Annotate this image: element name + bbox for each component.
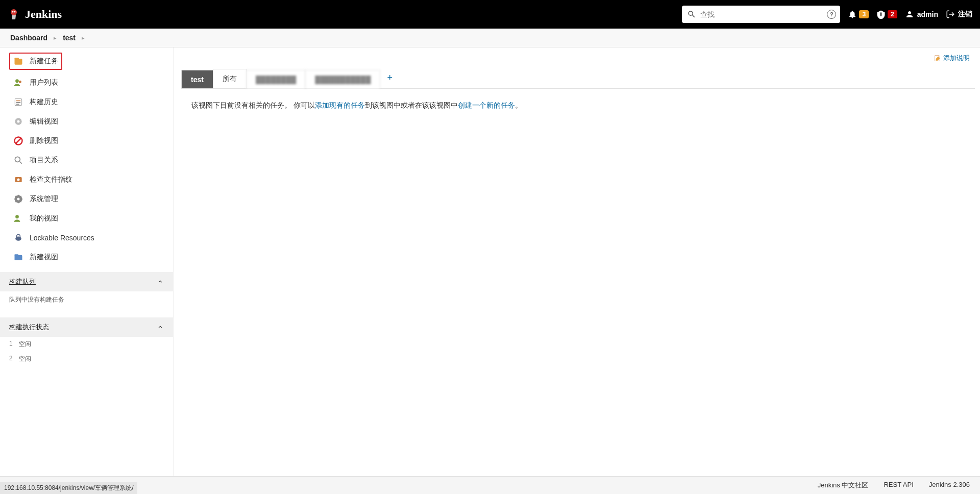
svg-rect-3 [15,59,22,65]
create-new-job-link[interactable]: 创建一个新的任务 [458,101,515,109]
main-panel: 添加说明 test 所有 ████████ ███████████ + 该视图下… [174,47,980,476]
bell-icon [848,10,857,19]
body-wrap: 新建任务 用户列表 构建历史 编辑视图 删除视图 项目关系 [0,47,980,476]
svg-point-21 [15,215,19,218]
build-queue-header[interactable]: 构建队列 [0,272,173,291]
logout-link[interactable]: 注销 [946,10,972,19]
empty-suffix: 。 [515,101,522,109]
executor-state: 空闲 [19,355,31,363]
tab-hidden-2[interactable]: ███████████ [305,70,380,88]
help-icon: ? [827,10,836,19]
help-icon-wrap[interactable]: ? [827,10,836,19]
chevron-up-icon [157,324,164,331]
svg-point-5 [15,79,19,83]
sidebar-item-my-views[interactable]: 我的视图 [9,209,167,228]
tab-hidden-1[interactable]: ████████ [246,70,306,88]
breadcrumb-test[interactable]: test [63,34,76,42]
svg-point-2 [14,11,16,13]
sidebar-item-label: 系统管理 [30,194,58,204]
executor-row: 2 空闲 [0,352,173,366]
search-input[interactable] [696,8,835,20]
svg-point-15 [15,157,20,162]
brand-text: Jenkins [25,8,62,21]
svg-point-0 [11,9,17,15]
header-left: Jenkins [8,8,62,21]
executor-row: 1 空闲 [0,337,173,352]
add-description-row: 添加说明 [181,54,975,67]
sidebar-item-label: 我的视图 [30,214,58,223]
notifications-button[interactable]: 3 [848,10,869,19]
username-text: admin [917,10,938,18]
alerts-button[interactable]: 2 [876,10,897,19]
sidebar-item-people[interactable]: 用户列表 [9,73,167,92]
jenkins-logo[interactable]: Jenkins [8,8,62,21]
breadcrumb-sep: ▸ [82,35,85,41]
sidebar-item-manage[interactable]: 系统管理 [9,189,167,209]
svg-rect-4 [15,58,19,59]
history-icon [13,97,23,107]
tabs: test 所有 ████████ ███████████ + [181,67,975,89]
sidebar-item-label: 项目关系 [30,156,58,165]
build-queue-title: 构建队列 [9,277,36,286]
executor-header[interactable]: 构建执行状态 [0,317,173,337]
breadcrumb-dashboard[interactable]: Dashboard [10,34,47,42]
lock-icon [13,233,23,243]
build-queue-empty-text: 队列中没有构建任务 [9,296,64,303]
logout-icon [946,10,955,19]
sidebar-item-label: Lockable Resources [30,234,94,242]
notif-badge: 3 [859,10,869,18]
magnifier-icon [13,155,23,165]
add-existing-job-link[interactable]: 添加现有的任务 [315,101,365,109]
logout-text: 注销 [958,10,972,19]
fingerprint-icon [13,175,23,185]
top-header: Jenkins ? 3 2 admin 注销 [0,0,980,29]
alert-icon [876,10,886,19]
sidebar-item-label: 新建视图 [30,253,58,262]
breadcrumb-bar: Dashboard ▸ test ▸ [0,29,980,47]
gear-icon [13,116,23,127]
sidebar-item-lockable[interactable]: Lockable Resources [9,228,167,248]
breadcrumb-sep: ▸ [54,35,57,41]
add-description-text: 添加说明 [943,54,970,63]
add-description-link[interactable]: 添加说明 [934,54,970,63]
tab-add[interactable]: + [380,67,400,88]
search-box[interactable]: ? [682,6,840,23]
svg-point-20 [17,198,20,201]
sidebar-item-new-job[interactable]: 新建任务 [9,53,62,70]
search-icon [687,10,696,19]
sidebar-row: 新建任务 [9,53,167,70]
chevron-up-icon [157,278,164,285]
prohibit-icon [13,136,23,146]
sidebar-item-label: 新建任务 [30,57,58,66]
side-nav: 新建任务 用户列表 构建历史 编辑视图 删除视图 项目关系 [0,47,173,272]
sidebar-item-build-history[interactable]: 构建历史 [9,92,167,112]
executor-state: 空闲 [19,340,31,349]
new-job-icon [13,56,23,66]
tab-test[interactable]: test [181,70,213,88]
sidebar-item-delete-view[interactable]: 删除视图 [9,131,167,151]
empty-mid: 到该视图中或者在该该视图中 [365,101,458,109]
user-link[interactable]: admin [905,10,938,19]
executor-title: 构建执行状态 [9,323,49,332]
tab-all[interactable]: 所有 [213,69,247,88]
empty-message: 该视图下目前没有相关的任务。 你可以添加现有的任务到该视图中或者在该该视图中创建… [181,89,975,122]
sidebar-item-label: 检查文件指纹 [30,175,72,184]
build-queue-body: 队列中没有构建任务 [0,291,173,308]
folder-icon [13,252,23,262]
sidebar-item-project-relations[interactable]: 项目关系 [9,151,167,170]
sidebar-item-edit-view[interactable]: 编辑视图 [9,112,167,131]
sidebar-item-fingerprint[interactable]: 检查文件指纹 [9,170,167,189]
people-icon [13,78,23,88]
svg-line-14 [16,138,21,143]
sidebar-item-new-view[interactable]: 新建视图 [9,248,167,267]
executor-num: 1 [9,340,13,349]
my-views-icon [13,213,23,224]
svg-rect-24 [15,254,19,256]
executor-num: 2 [9,355,13,363]
svg-line-16 [20,162,22,164]
alert-badge: 2 [888,10,897,18]
edit-note-icon [934,55,941,62]
empty-prefix: 该视图下目前没有相关的任务。 你可以 [191,101,315,109]
sidebar-item-label: 删除视图 [30,136,58,145]
sidebar-item-label: 编辑视图 [30,117,58,126]
